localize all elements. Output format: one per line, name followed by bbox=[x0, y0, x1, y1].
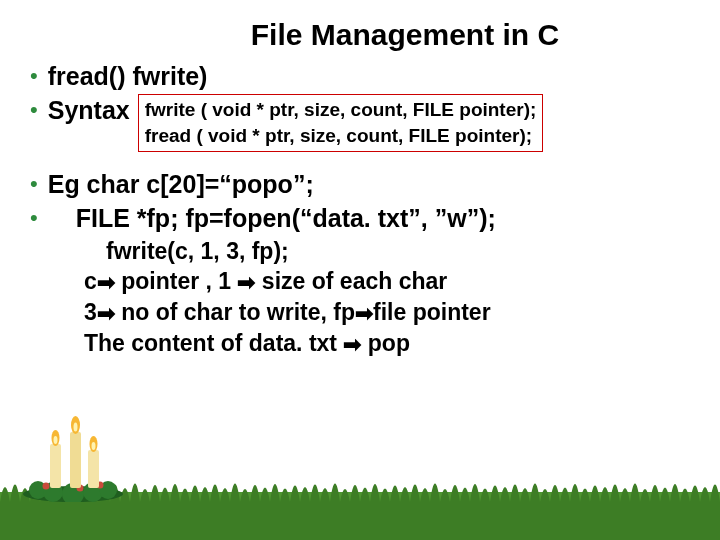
slide-title: File Management in C bbox=[120, 18, 690, 52]
syntax-label: Syntax bbox=[48, 94, 130, 126]
arrow-icon: ➡ bbox=[237, 268, 255, 298]
explanation-block: fwrite(c, 1, 3, fp); c➡ pointer , 1 ➡ si… bbox=[84, 236, 690, 359]
txt: pop bbox=[361, 330, 410, 356]
txt: no of char to write, fp bbox=[115, 299, 355, 325]
txt: size of each char bbox=[255, 268, 447, 294]
bullet-icon: • bbox=[30, 168, 38, 200]
svg-rect-13 bbox=[88, 450, 99, 488]
bullet-row-file: • FILE *fp; fp=fopen(“data. txt”, ”w”); bbox=[30, 202, 690, 234]
txt: c bbox=[84, 268, 97, 294]
syntax-box: fwrite ( void * ptr, size, count, FILE p… bbox=[138, 94, 544, 152]
bullet-icon: • bbox=[30, 202, 38, 234]
bullet-row-syntax: • Syntax fwrite ( void * ptr, size, coun… bbox=[30, 94, 690, 152]
line-file: FILE *fp; fp=fopen(“data. txt”, ”w”); bbox=[76, 202, 496, 234]
bullet-row-1: • fread() fwrite) bbox=[30, 60, 690, 92]
bullet-icon: • bbox=[30, 94, 38, 126]
svg-rect-11 bbox=[50, 444, 61, 488]
svg-rect-12 bbox=[70, 432, 81, 488]
sub-3-count: 3➡ no of char to write, fp➡file pointer bbox=[84, 297, 690, 328]
syntax-fwrite: fwrite ( void * ptr, size, count, FILE p… bbox=[145, 97, 537, 123]
arrow-icon: ➡ bbox=[97, 268, 115, 298]
arrow-icon: ➡ bbox=[343, 330, 361, 360]
arrow-icon: ➡ bbox=[355, 299, 373, 329]
syntax-fread: fread ( void * ptr, size, count, FILE po… bbox=[145, 123, 537, 149]
sub-c-pointer: c➡ pointer , 1 ➡ size of each char bbox=[84, 266, 690, 297]
bullet-icon: • bbox=[30, 60, 38, 92]
txt: 3 bbox=[84, 299, 97, 325]
txt: file pointer bbox=[373, 299, 491, 325]
txt: The content of data. txt bbox=[84, 330, 343, 356]
arrow-icon: ➡ bbox=[97, 299, 115, 329]
svg-point-8 bbox=[43, 483, 50, 490]
bullet-row-eg: • Eg char c[20]=“popo”; bbox=[30, 168, 690, 200]
svg-point-19 bbox=[92, 442, 96, 450]
slide: File Management in C • fread() fwrite) •… bbox=[0, 0, 720, 540]
svg-point-15 bbox=[54, 436, 58, 444]
svg-point-17 bbox=[74, 423, 78, 432]
candles-decoration bbox=[18, 412, 128, 502]
sub-content: The content of data. txt ➡ pop bbox=[84, 328, 690, 359]
line-fread-fwrite: fread() fwrite) bbox=[48, 60, 208, 92]
sub-fwrite-call: fwrite(c, 1, 3, fp); bbox=[106, 236, 690, 266]
txt: pointer , 1 bbox=[115, 268, 238, 294]
line-eg: Eg char c[20]=“popo”; bbox=[48, 168, 314, 200]
